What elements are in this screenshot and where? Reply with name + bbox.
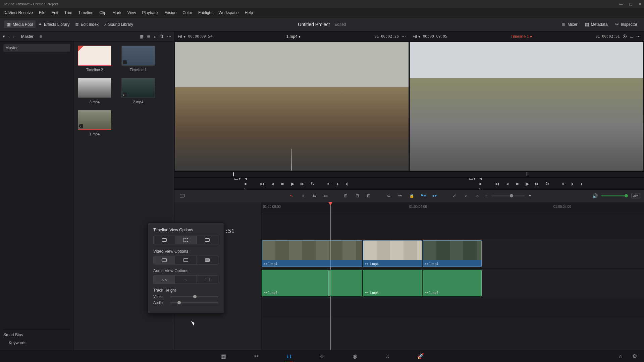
zoom-out-button[interactable]: − xyxy=(485,193,487,198)
source-scrubber[interactable] xyxy=(174,171,409,177)
bypass-icon[interactable]: ⦿ xyxy=(623,34,627,39)
dim-button[interactable]: DIM xyxy=(631,193,640,198)
home-button[interactable]: ⌂ xyxy=(616,352,625,361)
source-options-icon[interactable]: ⋯ xyxy=(401,34,406,39)
clip-item[interactable]: ♪1.mp4 xyxy=(78,110,111,136)
timeline-fit-dropdown[interactable]: Fit ▾ xyxy=(413,34,420,39)
go-in-icon[interactable]: ⏵ xyxy=(570,181,576,186)
video-view-simple[interactable] xyxy=(197,256,218,264)
menu-help[interactable]: Help xyxy=(245,10,253,15)
volume-icon[interactable]: 🔊 xyxy=(592,193,598,198)
first-frame-icon[interactable]: ⏮ xyxy=(260,181,265,186)
video-clip[interactable]: ⚯1.mp4 xyxy=(363,240,422,267)
page-fairlight[interactable]: ♫ xyxy=(383,352,392,361)
timeline-options-icon[interactable]: ⋯ xyxy=(636,34,641,39)
audio-clip[interactable]: ⚯1.mp4 xyxy=(262,270,329,296)
sound-library-toggle[interactable]: ♪Sound Library xyxy=(101,20,136,28)
play-icon[interactable]: ▶ xyxy=(525,181,530,186)
maximize-button[interactable]: ▢ xyxy=(629,2,632,6)
zoom-to-fit-icon[interactable]: ⤢ xyxy=(451,192,458,199)
effects-library-toggle[interactable]: ✦Effects Library xyxy=(36,20,72,28)
inspector-toggle[interactable]: ✂Inspector xyxy=(612,20,640,28)
nav-fwd-icon[interactable]: › xyxy=(13,34,14,39)
loop-icon[interactable]: ↻ xyxy=(545,181,550,186)
timeline-view-options-button[interactable] xyxy=(178,192,186,199)
metadata-toggle[interactable]: ▤Metadata xyxy=(582,20,610,28)
timeline-ruler[interactable]: 01:00:00:00 01:00:04:00 01:00:08:00 01:0… xyxy=(262,202,644,212)
sort-icon[interactable]: ⇅ xyxy=(160,34,164,39)
zoom-custom-icon[interactable]: ⌕ xyxy=(474,192,481,199)
menu-trim[interactable]: Trim xyxy=(64,10,72,15)
bin-master[interactable]: Master xyxy=(3,44,70,52)
replace-icon[interactable]: ⏴ xyxy=(344,181,350,186)
last-frame-icon[interactable]: ⏭ xyxy=(535,181,540,186)
flag-dropdown[interactable]: ⚑▾ xyxy=(419,192,427,199)
list-view-icon[interactable]: ≣ xyxy=(147,34,151,39)
marker-dropdown[interactable]: ●▾ xyxy=(431,192,438,199)
nav-back-icon[interactable]: ‹ xyxy=(8,34,10,39)
audio-view-none[interactable] xyxy=(197,276,218,284)
play-icon[interactable]: ▶ xyxy=(290,181,295,186)
page-media[interactable]: ▦ xyxy=(219,352,228,361)
video-view-thumbnail[interactable] xyxy=(175,256,196,264)
menu-clip[interactable]: Clip xyxy=(99,10,106,15)
source-canvas[interactable] xyxy=(175,42,409,171)
mixer-toggle[interactable]: ⫼Mixer xyxy=(558,20,580,28)
overwrite-icon[interactable]: ⏵ xyxy=(335,181,341,186)
timeline-tc-left[interactable]: 00:00:09:05 xyxy=(423,34,447,39)
source-tc-left[interactable]: 00:00:09:54 xyxy=(188,34,213,39)
zoom-in-button[interactable]: + xyxy=(529,193,531,198)
close-button[interactable]: ✕ xyxy=(638,2,641,6)
source-clip-name[interactable]: 1.mp4 ▾ xyxy=(286,34,301,39)
tvo-subtitle-button[interactable] xyxy=(175,236,196,244)
audio-clip[interactable] xyxy=(329,270,362,296)
menu-view[interactable]: View xyxy=(127,10,136,15)
blade-tool[interactable]: ▭ xyxy=(322,192,329,199)
project-settings-button[interactable]: ⚙ xyxy=(630,352,639,361)
options-icon[interactable]: ⋯ xyxy=(167,34,171,39)
menu-davinci[interactable]: DaVinci Resolve xyxy=(3,10,33,15)
timeline-scrubber[interactable] xyxy=(409,171,644,177)
edit-index-toggle[interactable]: ≣Edit Index xyxy=(72,20,101,28)
timeline-layout-icon[interactable]: ▭ xyxy=(630,34,634,39)
bin-dropdown[interactable]: ▾ xyxy=(3,34,5,39)
step-back-icon[interactable]: ◂ xyxy=(270,181,275,186)
audio-clip[interactable]: ⚯1.mp4 xyxy=(423,270,482,296)
stop-icon[interactable]: ■ xyxy=(280,181,285,186)
audio-view-full[interactable]: ∿∿ xyxy=(154,276,175,284)
video-view-filmstrip[interactable] xyxy=(154,256,175,264)
track-height-audio-slider[interactable] xyxy=(170,302,218,303)
media-pool-toggle[interactable]: ▦Media Pool xyxy=(4,20,36,28)
zoom-slider[interactable] xyxy=(491,195,525,196)
go-out-icon[interactable]: ⏴ xyxy=(579,181,584,186)
volume-slider[interactable] xyxy=(601,195,628,196)
video-clip[interactable]: ⚯1.mp4 xyxy=(262,240,362,267)
timeline-name-dropdown[interactable]: Timeline 1 ▾ xyxy=(511,34,532,39)
page-edit[interactable]: ⫿⫿ xyxy=(284,352,294,361)
tvo-stacked-button[interactable] xyxy=(154,236,175,244)
menu-timeline[interactable]: Timeline xyxy=(78,10,93,15)
menu-workspace[interactable]: Workspace xyxy=(219,10,239,15)
smart-bin-keywords[interactable]: Keywords xyxy=(3,339,70,347)
audio-clip[interactable]: ⚯1.mp4 xyxy=(363,270,422,296)
timeline-tracks-area[interactable]: 01:00:00:00 01:00:04:00 01:00:08:00 01:0… xyxy=(262,202,644,350)
stop-icon[interactable]: ■ xyxy=(515,181,520,186)
search-icon[interactable]: ⌕ xyxy=(154,34,157,39)
track-height-video-slider[interactable] xyxy=(170,296,218,297)
minimize-button[interactable]: — xyxy=(619,2,623,6)
step-back-icon[interactable]: ◂ xyxy=(504,181,510,186)
thumbnail-view-icon[interactable]: ▦ xyxy=(140,34,144,39)
in-out-icon[interactable]: ⇤ xyxy=(561,181,567,186)
clip-item[interactable]: Timeline 1 xyxy=(121,46,155,72)
menu-fairlight[interactable]: Fairlight xyxy=(198,10,213,15)
loop-icon[interactable]: ↻ xyxy=(310,181,315,186)
lock-toggle[interactable]: 🔒 xyxy=(408,192,415,199)
menu-fusion[interactable]: Fusion xyxy=(164,10,176,15)
link-toggle[interactable]: ⚯ xyxy=(396,192,404,199)
audio-view-half[interactable]: ∿ xyxy=(175,276,196,284)
first-frame-icon[interactable]: ⏮ xyxy=(494,181,500,186)
timeline-canvas[interactable] xyxy=(410,42,643,171)
playhead[interactable] xyxy=(330,202,331,350)
selection-tool[interactable]: ↖ xyxy=(288,192,295,199)
video-clip[interactable]: ⚯1.mp4 xyxy=(423,240,482,267)
